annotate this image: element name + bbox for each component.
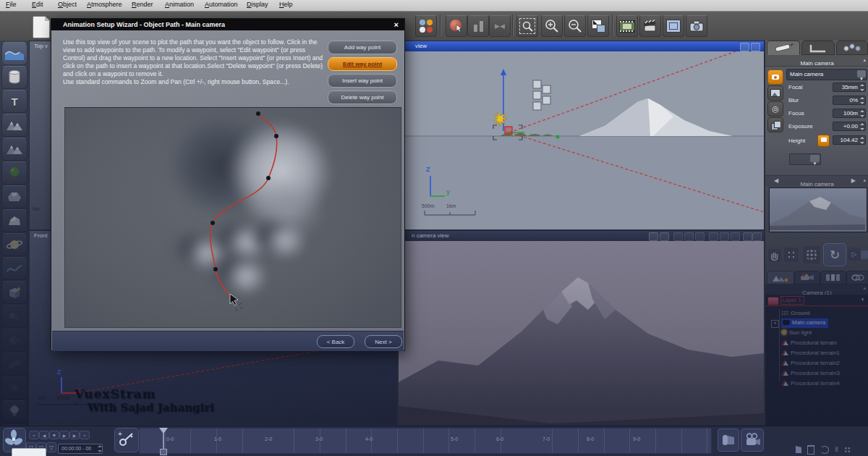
back-button[interactable]: < Back — [317, 335, 354, 348]
text-tool-icon[interactable]: T — [1, 90, 27, 113]
exposure-spinner[interactable] — [859, 123, 864, 130]
focus-spinner[interactable] — [859, 110, 864, 117]
camera-path[interactable] — [65, 108, 401, 327]
frame-input[interactable] — [12, 448, 46, 456]
camera-view-btn-3[interactable] — [673, 232, 683, 241]
waypoint[interactable] — [266, 176, 271, 180]
camera-section-header[interactable]: Main camera ▴ — [765, 55, 868, 67]
focus-field[interactable]: 100m — [833, 109, 866, 118]
primitive-tool-icon[interactable] — [1, 66, 27, 89]
orbit-icon[interactable]: ↻ — [823, 243, 846, 266]
insert-waypoint-button[interactable]: Insert way point — [328, 74, 397, 88]
go-end-button[interactable]: » — [80, 431, 90, 439]
exposure-field[interactable]: +0.00 — [833, 122, 866, 131]
tab-paint[interactable] — [767, 41, 800, 55]
solid-tool-icon[interactable] — [1, 281, 27, 304]
next-key-marker-icon[interactable]: ▽ — [46, 442, 56, 452]
tab-measure[interactable] — [801, 41, 835, 55]
viewport-side-view[interactable]: view — [398, 41, 765, 230]
group-d-tool-icon[interactable] — [1, 376, 27, 400]
tab-objects[interactable] — [767, 271, 794, 284]
add-waypoint-button[interactable]: Add way point — [328, 41, 397, 54]
zoom-out-icon[interactable] — [564, 15, 586, 37]
menu-file[interactable]: File — [6, 1, 17, 8]
menu-render[interactable]: Render — [132, 1, 153, 8]
menu-object[interactable]: Object — [58, 1, 77, 8]
pan-hand-icon[interactable] — [768, 249, 781, 262]
layer-item-main-camera[interactable]: Main camera — [781, 318, 828, 328]
camera-view-btn-7[interactable] — [720, 232, 729, 241]
stop-button[interactable]: ■ — [49, 431, 59, 439]
playhead-handle[interactable] — [160, 449, 167, 455]
zoom-in-icon[interactable] — [541, 15, 563, 37]
path-option-select[interactable]: ▼ — [789, 153, 821, 165]
next-frame-button[interactable]: ▶ — [69, 431, 80, 439]
play-button[interactable]: ▶ — [59, 431, 69, 439]
time-display[interactable]: 00:00:00 - 00 — [58, 444, 103, 454]
camera-snapshot-icon[interactable] — [686, 15, 707, 37]
camera-view-btn-5[interactable] — [695, 232, 705, 241]
camera-view-btn-2[interactable] — [660, 232, 669, 241]
fly-icon[interactable]: ▷ — [848, 248, 861, 261]
focal-spinner[interactable] — [859, 84, 864, 91]
waypoint[interactable] — [274, 134, 278, 138]
camera-view-btn-6[interactable] — [709, 232, 718, 241]
blur-field[interactable]: 0% — [833, 96, 866, 105]
trash-icon[interactable] — [807, 445, 814, 455]
procedural-terrain-tool-icon[interactable] — [1, 138, 27, 161]
camera-view-btn-9[interactable] — [743, 232, 752, 241]
layer-item-terrain4[interactable]: Procedural terrain4 — [781, 379, 840, 388]
timeline-ruler[interactable]: 0-0 1-0 2-0 3-0 4-0 5-0 6-0 7-0 8-0 9-0 — [139, 428, 712, 454]
collapse-arrow-icon[interactable]: ▴ — [863, 57, 866, 63]
preview-prev-icon[interactable]: ◀ — [774, 177, 778, 184]
planet-tool-icon[interactable] — [1, 233, 27, 256]
group-a-tool-icon[interactable] — [1, 305, 27, 328]
render-options-icon[interactable] — [767, 85, 783, 101]
camera-view-btn-10[interactable] — [752, 232, 762, 241]
layer-item-terrain3[interactable]: Procedural terrain3 — [781, 369, 840, 378]
collapse-arrow-icon[interactable]: ▴ — [863, 285, 866, 291]
height-spinner[interactable] — [859, 137, 864, 144]
stack-icon[interactable] — [767, 117, 783, 132]
group-icon[interactable]: 𝟠 — [835, 447, 838, 453]
target-icon[interactable]: ◎ — [767, 101, 783, 117]
layer-item-terrain2[interactable]: Procedural terrain2 — [781, 359, 840, 368]
render-animation-icon[interactable] — [639, 15, 661, 37]
prev-frame-button[interactable]: ◀ — [39, 431, 49, 439]
stone-tool-icon[interactable] — [1, 209, 27, 232]
layer-item-terrain1[interactable]: Procedural terrain1 — [781, 349, 840, 358]
page-corner-icon[interactable] — [796, 446, 801, 453]
tab-links[interactable] — [846, 271, 868, 284]
render-area-icon[interactable] — [663, 15, 684, 37]
play-triangles-icon[interactable]: ▶◀ — [489, 15, 511, 37]
light-tool-icon[interactable] — [1, 400, 27, 423]
path-plot-view[interactable] — [64, 107, 401, 328]
color-balls-icon[interactable] — [415, 15, 437, 37]
menu-animation[interactable]: Animation — [165, 1, 194, 8]
close-icon[interactable]: × — [394, 19, 399, 30]
camera-select[interactable]: Main camera ▼ — [786, 69, 867, 80]
gain-bars-icon[interactable] — [467, 15, 489, 37]
screen-capture-icon[interactable] — [587, 15, 609, 37]
go-start-button[interactable]: « — [29, 431, 39, 439]
water-tool-icon[interactable] — [1, 42, 27, 65]
focal-field[interactable]: 35mm — [833, 83, 866, 92]
menu-atmosphere[interactable]: Atmosphere — [87, 1, 122, 8]
dots-icon[interactable] — [844, 447, 851, 453]
waypoint[interactable] — [210, 221, 215, 225]
side-view-layout-icon[interactable] — [751, 43, 760, 51]
camera-view-btn-4[interactable] — [684, 232, 694, 241]
waypoint[interactable] — [256, 111, 260, 116]
blur-spinner[interactable] — [859, 97, 864, 104]
layer-item-sun-light[interactable]: Sun light — [781, 329, 812, 337]
group-b-tool-icon[interactable] — [1, 329, 27, 352]
camera-preview-thumbnail[interactable] — [769, 187, 867, 232]
next-button[interactable]: Next > — [365, 335, 402, 348]
camera-view-btn-1[interactable] — [649, 232, 658, 241]
viewport-main-camera[interactable]: n camera view — [398, 230, 765, 426]
tab-cameras[interactable] — [794, 271, 820, 284]
globe-select-icon[interactable] — [446, 15, 467, 37]
link-icon[interactable] — [820, 446, 829, 454]
layer-visibility-icon[interactable]: ◐ — [861, 295, 865, 303]
curve-tool-icon[interactable] — [1, 257, 27, 280]
